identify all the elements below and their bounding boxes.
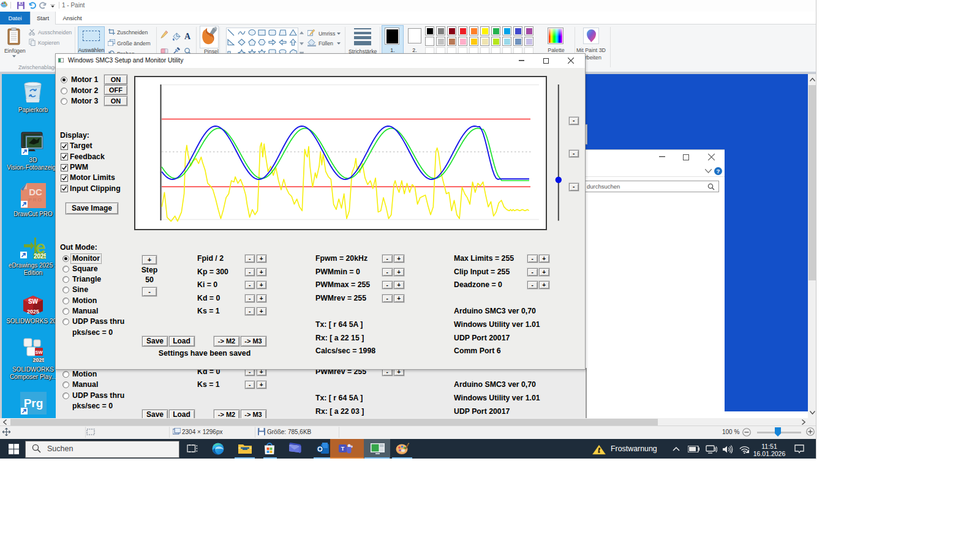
svg-text:2025: 2025 <box>34 253 46 260</box>
svg-text:PRO: PRO <box>28 197 42 203</box>
svg-text:2025: 2025 <box>27 309 39 315</box>
svg-text:2025: 2025 <box>32 357 44 363</box>
svg-text:DC: DC <box>29 187 42 197</box>
svg-text:T: T <box>341 446 345 452</box>
svg-text:SW: SW <box>28 298 39 305</box>
svg-text:SW: SW <box>35 350 43 355</box>
